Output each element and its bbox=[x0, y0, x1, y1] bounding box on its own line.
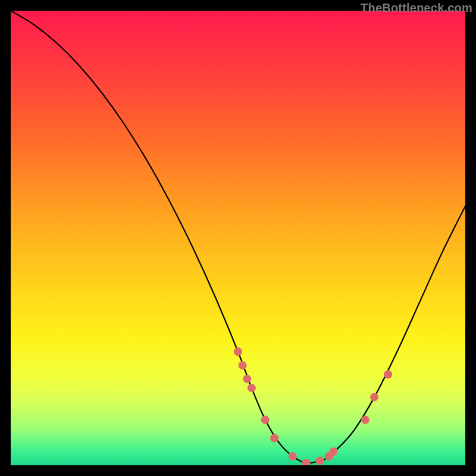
data-point bbox=[270, 434, 278, 442]
data-point bbox=[316, 456, 324, 465]
data-point bbox=[302, 459, 311, 465]
data-point bbox=[234, 347, 242, 356]
chart-plot bbox=[11, 11, 465, 465]
data-point bbox=[239, 361, 247, 369]
bottleneck-curve bbox=[11, 11, 465, 464]
data-point bbox=[289, 452, 297, 461]
data-point bbox=[261, 416, 270, 424]
data-point bbox=[370, 393, 378, 401]
data-point bbox=[361, 416, 369, 424]
data-point bbox=[243, 375, 251, 383]
data-point bbox=[384, 370, 392, 378]
data-point bbox=[329, 447, 337, 456]
data-point bbox=[248, 384, 256, 392]
watermark-text: TheBottleneck.com bbox=[361, 1, 472, 15]
chart-frame bbox=[11, 11, 465, 465]
